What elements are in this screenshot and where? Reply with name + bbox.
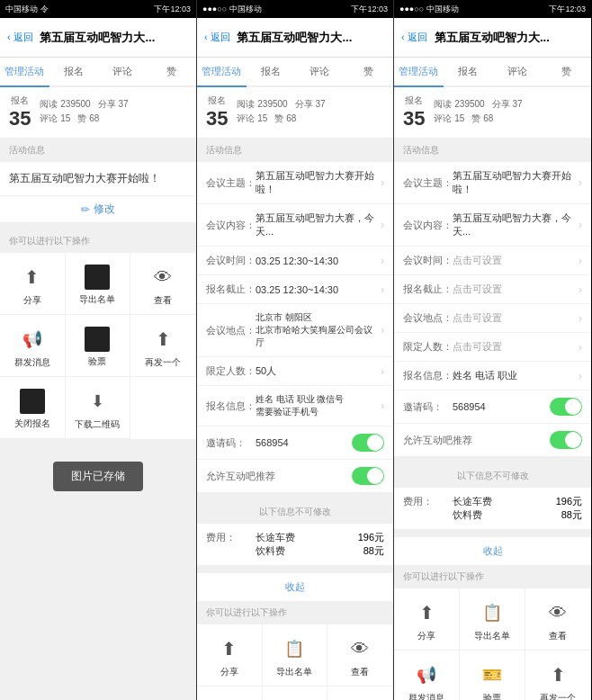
- recommend-toggle-2[interactable]: [352, 467, 384, 485]
- invite-toggle-3[interactable]: [550, 398, 582, 416]
- location-value-2: 北京市 朝阳区北京市哈哈大笑狗屋公司会议厅: [256, 311, 381, 349]
- info-content-3[interactable]: 会议内容： 第五届互动吧智力大赛，今天... ›: [394, 204, 591, 247]
- action-export-label-3: 导出名单: [474, 630, 510, 642]
- collapse-btn-2[interactable]: 收起: [197, 573, 393, 601]
- fee-transport-3: 长途车费: [453, 495, 556, 508]
- tab-like-3[interactable]: 赞: [542, 58, 591, 85]
- location-label-2: 会议地点：: [206, 324, 256, 337]
- action-qrcode-label-1: 下载二维码: [75, 418, 120, 431]
- operations-label-3: 你可以进行以下操作: [394, 565, 591, 588]
- info-limit-2[interactable]: 限定人数： 50人 ›: [197, 357, 393, 386]
- nav-bar-2: ‹ 返回 第五届互动吧智力大...: [197, 18, 393, 58]
- resend-icon-3: ⬆: [544, 661, 571, 688]
- reginfo-arrow-2: ›: [381, 399, 384, 412]
- action-broadcast-1[interactable]: 📢 群发消息: [0, 315, 66, 377]
- back-button-1[interactable]: ‹ 返回: [7, 31, 33, 44]
- share-icon-2: ⬆: [216, 635, 243, 662]
- action-resend-2[interactable]: ⬆ 再发一个: [327, 687, 393, 700]
- tab-manage-2[interactable]: 管理活动: [197, 58, 247, 87]
- info-deadline-3[interactable]: 报名截止： 点击可设置 ›: [394, 275, 591, 304]
- invite-toggle-2[interactable]: [352, 434, 384, 452]
- share-icon-3: ⬆: [413, 599, 440, 626]
- action-broadcast-2[interactable]: 📢 群发消息: [197, 687, 263, 700]
- collapse-btn-3[interactable]: 收起: [394, 537, 591, 565]
- tab-like-1[interactable]: 赞: [148, 58, 197, 85]
- deadline-value-2: 03.25 12:30~14:30: [256, 284, 381, 295]
- tab-signup-3[interactable]: 报名: [444, 58, 493, 85]
- action-share-2[interactable]: ⬆ 分享: [197, 624, 263, 687]
- info-deadline-2[interactable]: 报名截止： 03.25 12:30~14:30 ›: [197, 275, 393, 304]
- action-grid-2: ⬆ 分享 📋 导出名单 👁 查看 📢 群发消息 🎫 验票 ⬆ 再发一个: [197, 624, 393, 700]
- location-arrow-2: ›: [381, 324, 384, 337]
- info-topic-3[interactable]: 会议主题： 第五届互动吧智力大赛开始啦！ ›: [394, 162, 591, 204]
- action-share-3[interactable]: ⬆ 分享: [394, 588, 460, 651]
- topic-arrow-3: ›: [579, 176, 582, 189]
- nav-title-1: 第五届互动吧智力大...: [37, 30, 158, 46]
- action-broadcast-3[interactable]: 📢 群发消息: [394, 651, 460, 700]
- tab-comment-3[interactable]: 评论: [493, 58, 543, 85]
- action-ticket-2[interactable]: 🎫 验票: [263, 687, 328, 700]
- reginfo-arrow-3: ›: [579, 370, 582, 382]
- action-view-1[interactable]: 👁 查看: [130, 253, 196, 315]
- action-view-3[interactable]: 👁 查看: [525, 588, 591, 651]
- tab-signup-2[interactable]: 报名: [247, 58, 296, 85]
- section-header-3: 活动信息: [394, 139, 591, 162]
- recommend-label-2: 允许互动吧推荐: [206, 470, 352, 483]
- info-reginfo-2[interactable]: 报名信息： 姓名 电话 职业 微信号需要验证手机号 ›: [197, 386, 393, 426]
- recommend-toggle-3[interactable]: [550, 431, 582, 449]
- share-stat-2: 分享 37: [295, 98, 326, 111]
- topic-label-3: 会议主题：: [403, 176, 453, 190]
- deadline-label-2: 报名截止：: [206, 283, 256, 296]
- tab-signup-1[interactable]: 报名: [49, 58, 99, 85]
- back-button-2[interactable]: ‹ 返回: [204, 31, 230, 44]
- back-button-3[interactable]: ‹ 返回: [401, 31, 427, 44]
- info-location-3[interactable]: 会议地点： 点击可设置 ›: [394, 304, 591, 333]
- info-content-2[interactable]: 会议内容： 第五届互动吧智力大赛，今天... ›: [197, 204, 393, 247]
- info-limit-3[interactable]: 限定人数： 点击可设置 ›: [394, 333, 591, 362]
- edit-button-1[interactable]: ✏ 修改: [0, 196, 196, 222]
- tab-comment-1[interactable]: 评论: [98, 58, 148, 85]
- info-recommend-2[interactable]: 允许互动吧推荐: [197, 460, 393, 493]
- action-share-1[interactable]: ⬆ 分享: [0, 253, 66, 315]
- info-time-2[interactable]: 会议时间： 03.25 12:30~14:30 ›: [197, 247, 393, 275]
- topic-value-3: 第五届互动吧智力大赛开始啦！: [453, 169, 579, 196]
- action-ticket-1[interactable]: 验票: [66, 315, 131, 377]
- content-area-1: 报名 35 阅读 239500 分享 37 评论 15 赞 68 活动信息 第五…: [0, 87, 196, 700]
- action-share-label-2: 分享: [220, 666, 238, 678]
- fee-label-3: 费用：: [403, 495, 453, 508]
- action-resend-3[interactable]: ⬆ 再发一个: [525, 651, 591, 700]
- action-view-label-1: 查看: [154, 294, 172, 307]
- action-export-2[interactable]: 📋 导出名单: [263, 624, 328, 687]
- action-close-1[interactable]: 关闭报名: [0, 377, 66, 439]
- tab-manage-3[interactable]: 管理活动: [394, 58, 444, 87]
- tab-comment-2[interactable]: 评论: [295, 58, 345, 85]
- action-view-2[interactable]: 👁 查看: [327, 624, 393, 687]
- phone-panel-2: ●●●○○ 中国移动 下午12:03 ‹ 返回 第五届互动吧智力大... 管理活…: [197, 0, 394, 700]
- info-location-2[interactable]: 会议地点： 北京市 朝阳区北京市哈哈大笑狗屋公司会议厅 ›: [197, 304, 393, 357]
- content-value-2: 第五届互动吧智力大赛，今天...: [256, 211, 381, 238]
- info-time-3[interactable]: 会议时间： 点击可设置 ›: [394, 247, 591, 275]
- info-recommend-3[interactable]: 允许互动吧推荐: [394, 424, 591, 457]
- limit-value-3: 点击可设置: [453, 340, 579, 354]
- action-resend-1[interactable]: ⬆ 再发一个: [130, 315, 196, 377]
- action-view-label-3: 查看: [549, 630, 567, 642]
- tab-like-2[interactable]: 赞: [345, 58, 394, 85]
- phone-panel-3: ●●●○○ 中国移动 下午12:03 ‹ 返回 第五届互动吧智力大... 管理活…: [394, 0, 591, 700]
- broadcast-icon-3: 📢: [413, 661, 440, 688]
- action-export-1[interactable]: 导出名单: [66, 253, 131, 315]
- action-qrcode-1[interactable]: ⬇ 下载二维码: [66, 377, 131, 439]
- action-export-3[interactable]: 📋 导出名单: [460, 588, 525, 651]
- info-topic-2[interactable]: 会议主题： 第五届互动吧智力大赛开始啦！ ›: [197, 162, 393, 204]
- nav-title-3: 第五届互动吧智力大...: [431, 30, 553, 46]
- share-stat-3: 分享 37: [492, 98, 523, 111]
- info-invite-2[interactable]: 邀请码： 568954: [197, 426, 393, 460]
- fee-drink-2: 饮料费: [256, 544, 358, 558]
- action-ticket-3[interactable]: 🎫 验票: [460, 651, 525, 700]
- tab-manage-1[interactable]: 管理活动: [0, 58, 49, 87]
- location-arrow-3: ›: [579, 312, 582, 325]
- info-reginfo-3[interactable]: 报名信息： 姓名 电话 职业 ›: [394, 362, 591, 390]
- fee-row-3: 费用： 长途车费 饮料费 196元 88元: [394, 488, 591, 530]
- invite-value-2: 568954: [256, 437, 352, 448]
- info-invite-3[interactable]: 邀请码： 568954: [394, 390, 591, 424]
- img-saved-button-1[interactable]: 图片已存储: [53, 462, 143, 491]
